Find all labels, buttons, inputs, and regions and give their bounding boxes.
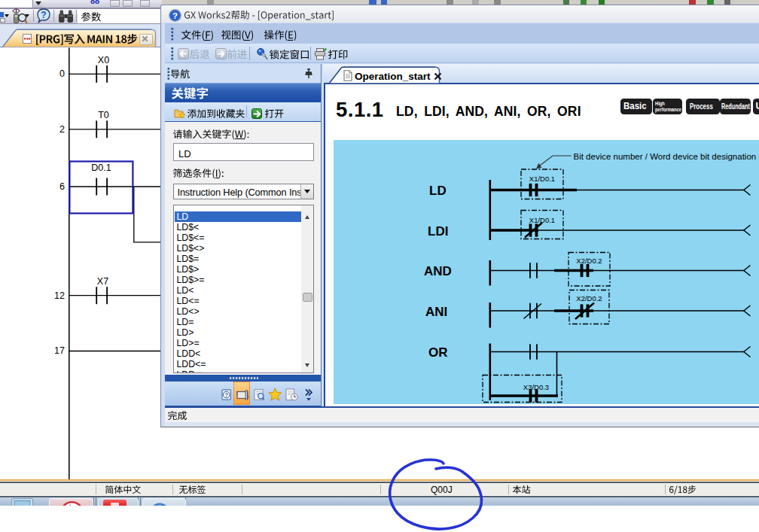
svg-text:X1/D0.1: X1/D0.1: [529, 216, 555, 224]
svg-text:X3/D0.3: X3/D0.3: [523, 382, 549, 391]
svg-text:OR: OR: [428, 345, 448, 360]
svg-text:LDI: LDI: [428, 223, 448, 238]
svg-text:X2/D0.2: X2/D0.2: [576, 256, 602, 264]
svg-text:AND: AND: [424, 264, 452, 278]
svg-text:LD: LD: [429, 184, 447, 198]
svg-text:Bit device number / Word devic: Bit device number / Word device bit desi…: [574, 151, 759, 160]
svg-text:?: ?: [172, 11, 177, 20]
svg-text:?: ?: [224, 391, 228, 398]
svg-text:ANI: ANI: [425, 304, 447, 318]
svg-text:X2/D0.2: X2/D0.2: [576, 293, 602, 302]
svg-text:X1/D0.1: X1/D0.1: [529, 175, 555, 183]
svg-text:?: ?: [41, 10, 46, 20]
